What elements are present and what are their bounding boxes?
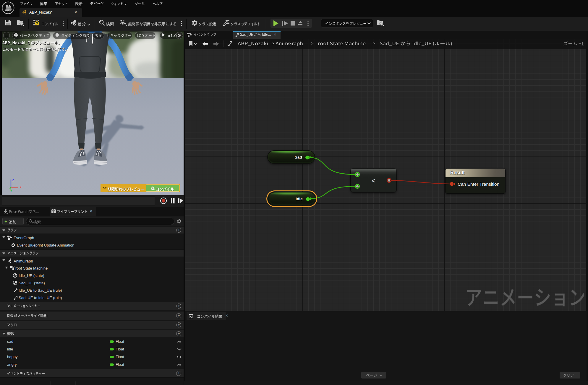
svg-text:X: X	[20, 185, 22, 189]
svg-text:Z: Z	[12, 178, 14, 182]
svg-text:?: ?	[36, 22, 38, 26]
svg-text:Y: Y	[10, 189, 12, 192]
